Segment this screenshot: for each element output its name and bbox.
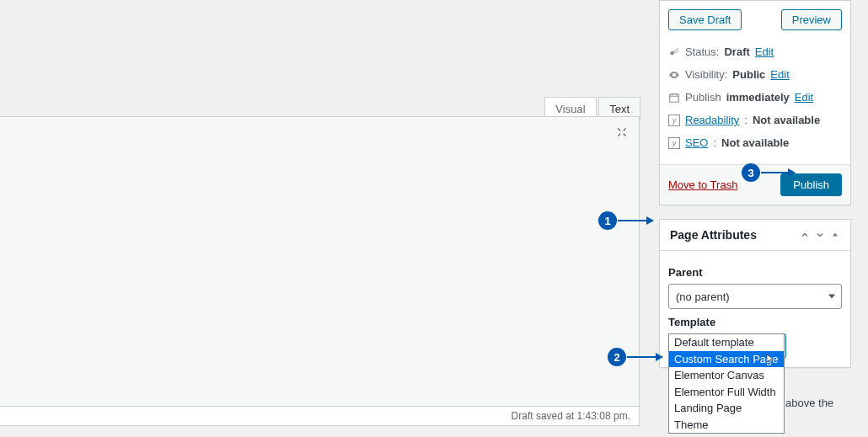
template-dropdown-list[interactable]: Default templateCustom Search PageElemen… [668, 333, 785, 434]
yoast-icon: y [668, 115, 680, 126]
template-option[interactable]: Custom Search Page [669, 351, 784, 368]
preview-button[interactable]: Preview [781, 9, 842, 30]
status-edit-link[interactable]: Edit [755, 45, 774, 58]
readability-value: Not available [753, 114, 820, 126]
arrow-3 [761, 172, 795, 173]
editor-area: Visual Text Draft saved at 1:43:08 pm. [0, 0, 643, 437]
arrow-1 [618, 220, 653, 221]
visibility-label: Visibility: [685, 68, 727, 81]
save-draft-button[interactable]: Save Draft [668, 9, 742, 30]
draft-saved-text: Draft saved at 1:43:08 pm. [512, 410, 630, 422]
eye-icon [668, 69, 680, 81]
seo-value: Not available [721, 136, 789, 149]
distraction-free-icon[interactable] [616, 126, 633, 143]
chevron-down-icon[interactable] [815, 230, 825, 240]
schedule-edit-link[interactable]: Edit [795, 91, 813, 104]
callout-3: 3 [742, 163, 760, 182]
svg-rect-1 [670, 93, 679, 101]
editor-status-bar: Draft saved at 1:43:08 pm. [0, 406, 640, 426]
status-label: Status: [685, 45, 719, 58]
arrow-2 [627, 356, 662, 358]
template-option[interactable]: Theme [669, 417, 784, 434]
colon1: : [744, 114, 747, 126]
panel-header-controls [800, 230, 840, 240]
seo-link[interactable]: SEO [685, 136, 708, 149]
parent-select[interactable]: (no parent) [668, 284, 842, 309]
template-option[interactable]: Landing Page [669, 400, 784, 417]
template-option[interactable]: Default template [669, 334, 784, 351]
calendar-icon [668, 92, 680, 104]
colon2: : [713, 136, 716, 149]
page-attributes-header[interactable]: Page Attributes [660, 220, 850, 251]
callout-1: 1 [598, 211, 617, 230]
editor-canvas[interactable] [0, 116, 640, 422]
status-value: Draft [724, 45, 749, 58]
callout-2: 2 [608, 348, 626, 366]
key-icon [668, 46, 680, 58]
yoast-icon: y [668, 137, 680, 149]
parent-label: Parent [668, 266, 842, 279]
template-label: Template [668, 316, 842, 328]
publish-button[interactable]: Publish [780, 173, 842, 196]
schedule-label: Publish [685, 91, 721, 104]
move-to-trash-link[interactable]: Move to Trash [668, 179, 737, 191]
caret-up-icon[interactable] [830, 230, 840, 240]
schedule-value: immediately [726, 91, 790, 104]
visibility-value: Public [732, 68, 765, 81]
chevron-up-icon[interactable] [800, 230, 810, 240]
readability-link[interactable]: Readability [685, 114, 739, 126]
page-attributes-title: Page Attributes [670, 228, 757, 242]
template-option[interactable]: Elementor Canvas [669, 367, 784, 384]
cursor-icon [765, 353, 775, 363]
template-option[interactable]: Elementor Full Width [669, 384, 784, 401]
sidebar: Save Draft Preview Status: Draft Edit Vi… [659, 0, 851, 381]
visibility-edit-link[interactable]: Edit [770, 68, 789, 81]
hint-fragment: above the [785, 397, 853, 409]
